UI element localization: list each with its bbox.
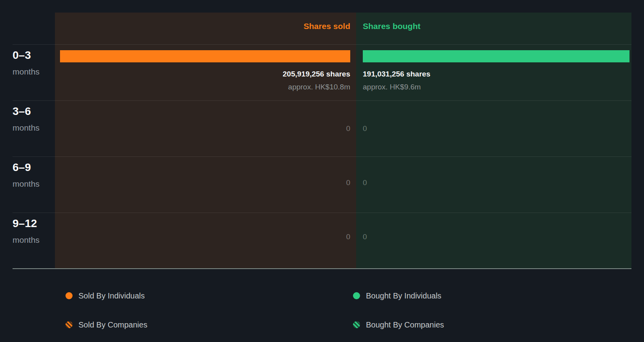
- sold-bar-0-3-months[interactable]: [60, 50, 350, 62]
- sold-bar-track: [60, 50, 350, 62]
- row-divider-line: [13, 156, 631, 157]
- bought-bar-0-3-months[interactable]: [363, 50, 629, 62]
- legend-item-sold-by-individuals[interactable]: Sold By Individuals: [65, 291, 145, 300]
- sold-zero-6-9-months: 0: [346, 178, 350, 187]
- period-label-0-3: 0–3: [13, 49, 31, 61]
- shares-bought-header: Shares bought: [363, 22, 420, 31]
- legend-item-bought-by-individuals[interactable]: Bought By Individuals: [353, 291, 441, 300]
- bought-approx-value: approx. HK$9.6m: [363, 82, 421, 92]
- sold-companies-swatch-icon: [65, 321, 73, 328]
- legend-label: Sold By Companies: [78, 320, 147, 329]
- period-label-9-12: 9–12: [13, 218, 37, 229]
- shares-sold-header: Shares sold: [304, 22, 350, 31]
- row-divider-line: [13, 100, 631, 101]
- bought-shares-value: 191,031,256 shares: [363, 69, 430, 79]
- legend-label: Bought By Companies: [366, 320, 444, 329]
- sold-approx-value: approx. HK$10.8m: [288, 82, 350, 92]
- period-unit-9-12: months: [13, 235, 40, 245]
- legend-label: Sold By Individuals: [78, 291, 145, 300]
- period-unit-3-6: months: [13, 123, 40, 133]
- bottom-axis-line: [13, 268, 631, 269]
- sold-shares-value: 205,919,256 shares: [283, 69, 350, 79]
- period-unit-0-3: months: [13, 67, 40, 77]
- bought-companies-swatch-icon: [353, 321, 360, 328]
- bought-zero-9-12-months: 0: [363, 232, 367, 242]
- bought-individuals-swatch-icon: [353, 292, 360, 299]
- insider-trading-chart: Shares sold Shares bought 0–3 months 3–6…: [0, 0, 644, 342]
- header-divider-line: [13, 44, 631, 45]
- sold-zero-9-12-months: 0: [346, 232, 350, 242]
- period-unit-6-9: months: [13, 179, 40, 189]
- period-label-6-9: 6–9: [13, 162, 31, 173]
- row-divider-line: [13, 213, 631, 213]
- legend-label: Bought By Individuals: [366, 291, 441, 300]
- bought-bar-track: [363, 50, 644, 62]
- bought-zero-3-6-months: 0: [363, 124, 367, 133]
- sold-individuals-swatch-icon: [65, 292, 73, 299]
- sold-zero-3-6-months: 0: [346, 124, 350, 133]
- period-label-3-6: 3–6: [13, 106, 31, 117]
- legend-item-bought-by-companies[interactable]: Bought By Companies: [353, 320, 444, 329]
- legend-item-sold-by-companies[interactable]: Sold By Companies: [65, 320, 147, 329]
- bought-zero-6-9-months: 0: [363, 178, 367, 187]
